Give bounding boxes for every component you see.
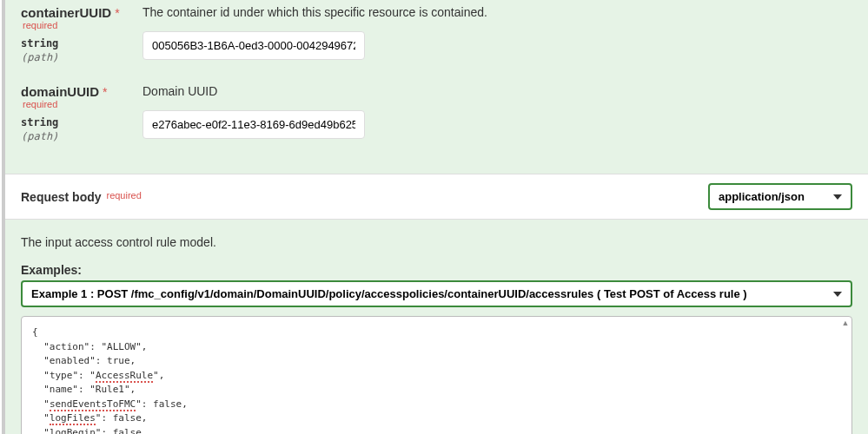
scroll-up-icon: ▲ <box>842 319 850 327</box>
param-in: (path) <box>21 130 142 142</box>
request-body-header: Request body required application/json <box>5 174 868 220</box>
request-body-title: Request body <box>21 190 102 204</box>
param-container-uuid: containerUUID* required string (path) Th… <box>21 0 852 63</box>
param-name: domainUUID <box>21 84 99 99</box>
domain-uuid-input[interactable] <box>142 110 365 139</box>
param-in: (path) <box>21 51 142 63</box>
param-type: string <box>21 116 142 128</box>
required-label: required <box>106 190 141 201</box>
scrollbar[interactable]: ▲ ▼ <box>841 319 850 434</box>
request-body-textarea[interactable]: { "action": "ALLOW", "enabled": true, "t… <box>22 317 851 434</box>
param-description: Domain UUID <box>142 84 852 98</box>
param-description: The container id under which this specif… <box>142 5 852 19</box>
param-domain-uuid: domainUUID* required string (path) Domai… <box>21 79 852 142</box>
content-type-select[interactable]: application/json <box>708 183 852 210</box>
examples-label: Examples: <box>21 263 852 277</box>
required-label: required <box>23 99 57 109</box>
required-label: required <box>23 20 57 30</box>
param-name: containerUUID <box>21 5 111 20</box>
container-uuid-input[interactable] <box>142 31 365 60</box>
required-star: * <box>115 6 119 20</box>
example-select[interactable]: Example 1 : POST /fmc_config/v1/domain/D… <box>21 280 852 307</box>
param-type: string <box>21 37 142 49</box>
required-star: * <box>103 85 107 99</box>
body-description: The input access control rule model. <box>21 235 852 249</box>
